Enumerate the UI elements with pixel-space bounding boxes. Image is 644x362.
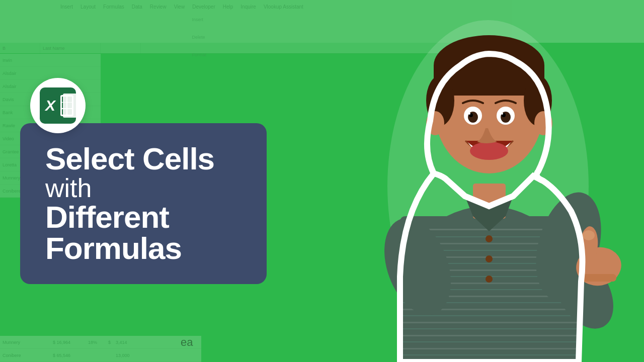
title-line3: Different <box>45 202 242 233</box>
svg-point-42 <box>486 255 493 262</box>
svg-rect-16 <box>400 315 581 316</box>
svg-point-43 <box>486 276 493 283</box>
person-photo <box>352 0 634 362</box>
svg-point-36 <box>501 113 503 115</box>
excel-x-letter: X <box>45 97 70 114</box>
title-line2: with <box>45 174 242 202</box>
svg-point-49 <box>583 230 595 240</box>
excel-logo: X <box>30 78 86 133</box>
svg-point-37 <box>470 142 508 160</box>
title-card: Select Cells with Different Formulas <box>20 123 267 285</box>
svg-rect-22 <box>400 354 581 355</box>
svg-rect-20 <box>400 341 581 342</box>
svg-rect-19 <box>400 335 581 336</box>
svg-point-41 <box>486 235 493 242</box>
person-svg <box>352 0 634 362</box>
bottom-ea-text: ea <box>181 336 193 349</box>
title-text-block: Select Cells with Different Formulas <box>45 143 242 264</box>
svg-rect-18 <box>400 328 581 329</box>
svg-rect-51 <box>581 274 616 282</box>
svg-point-32 <box>468 113 470 115</box>
svg-rect-21 <box>400 348 581 349</box>
title-line4: Formulas <box>45 233 242 264</box>
svg-rect-17 <box>400 322 581 323</box>
excel-logo-inner: X <box>40 87 76 124</box>
title-line1: Select Cells <box>45 143 242 174</box>
left-panel: X Select Cells with Different Formulas <box>20 78 282 285</box>
